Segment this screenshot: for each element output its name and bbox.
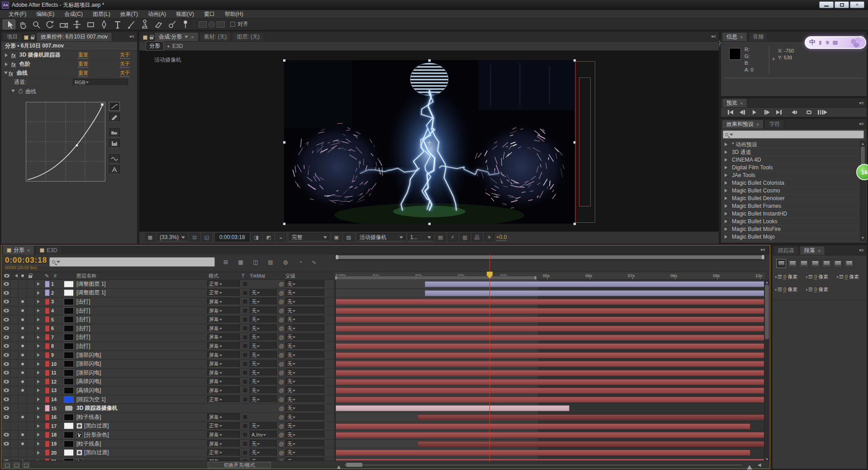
layer-row[interactable]: 4[击打]屏幕无@无 (1, 307, 334, 316)
layer-label-chip[interactable] (44, 448, 51, 457)
layer-row[interactable]: 3[击打]屏幕无@无 (1, 297, 334, 307)
layer-solo-toggle[interactable] (19, 342, 27, 350)
layer-label-chip[interactable] (44, 422, 51, 431)
layer-audio-toggle[interactable] (10, 342, 19, 350)
comp-lock-icon[interactable] (150, 37, 153, 39)
layer-row[interactable]: 8[击打]屏幕无@无 (1, 342, 334, 351)
layer-duration-bar[interactable] (336, 379, 765, 385)
preserve-transparency-toggle[interactable] (242, 333, 249, 342)
timeline-zoom-thumb[interactable] (346, 463, 362, 467)
layer-visibility-toggle[interactable] (2, 315, 10, 324)
timeline-tab-1[interactable]: E3D (35, 245, 62, 254)
pencil-tool-button[interactable] (109, 113, 120, 122)
trkmat-dropdown[interactable]: 无 (250, 307, 277, 315)
parent-pickwhip-icon[interactable]: @ (278, 378, 285, 386)
type-tool[interactable] (111, 19, 124, 29)
parent-dropdown[interactable]: 无 (285, 440, 324, 448)
layer-duration-row[interactable] (336, 378, 765, 387)
layer-expand-arrow[interactable] (36, 378, 43, 386)
tab-tracker[interactable]: 跟踪器 (773, 246, 799, 255)
channel-dropdown[interactable]: RGB (73, 79, 128, 86)
layer-expand-arrow[interactable] (36, 324, 43, 333)
preserve-transparency-toggle[interactable] (242, 297, 249, 306)
layer-solo-toggle[interactable] (19, 395, 27, 404)
minimize-button[interactable] (819, 1, 834, 8)
layer-row[interactable]: 13[高级闪电]屏幕无@无 (1, 386, 334, 395)
menu-item-5[interactable]: 动画(A) (143, 10, 171, 19)
parent-dropdown[interactable]: 无 (285, 378, 324, 386)
layer-label-chip[interactable] (44, 280, 51, 288)
close-button[interactable]: × (850, 1, 864, 8)
layer-duration-row[interactable] (336, 324, 765, 333)
align-center-button[interactable] (787, 259, 797, 268)
tab-paragraph[interactable]: 段落× (800, 246, 825, 255)
parent-dropdown[interactable]: 无 (285, 280, 324, 288)
trkmat-dropdown[interactable]: 无 (250, 422, 277, 431)
preserve-transparency-toggle[interactable] (242, 280, 249, 288)
last-frame-button[interactable] (774, 109, 784, 115)
layer-name[interactable]: [击打] (76, 342, 206, 350)
presets-search-input[interactable] (723, 130, 864, 139)
parent-dropdown[interactable]: 无 (285, 342, 324, 350)
open-curve-button[interactable] (109, 128, 120, 137)
parent-pickwhip-icon[interactable]: @ (278, 315, 285, 324)
comp-tab-0[interactable]: 合成:分形× (154, 32, 199, 41)
work-area-bar[interactable] (335, 276, 537, 280)
composition-mini-flowchart-icon[interactable]: ⊞ (220, 258, 232, 266)
layer-label-chip[interactable] (44, 404, 51, 412)
blend-mode-dropdown[interactable]: 屏幕 (207, 413, 240, 422)
layer-duration-row[interactable] (336, 342, 765, 351)
layer-solo-toggle[interactable] (19, 422, 27, 431)
t-column-header[interactable]: T (242, 272, 245, 279)
layer-duration-bar[interactable] (336, 450, 750, 456)
space-after-paragraph-value[interactable]: 0 (814, 287, 817, 293)
brainstorm-icon[interactable]: ◔ (294, 258, 306, 266)
parent-pickwhip-icon[interactable]: @ (278, 413, 285, 422)
layer-duration-row[interactable] (336, 440, 765, 449)
layer-duration-row[interactable] (336, 386, 765, 395)
layer-expand-arrow[interactable] (36, 440, 43, 448)
layer-visibility-toggle[interactable] (2, 351, 10, 360)
composition-viewport[interactable]: 活动摄像机 (139, 51, 719, 232)
expand-transfer-controls-icon[interactable] (13, 462, 20, 468)
layer-duration-bar[interactable] (336, 352, 765, 358)
layer-lock-toggle[interactable] (27, 289, 35, 297)
layer-lock-toggle[interactable] (27, 448, 35, 457)
layer-label-chip[interactable] (44, 431, 51, 439)
layer-visibility-toggle[interactable] (2, 333, 10, 342)
expand-arrow-icon[interactable] (5, 62, 9, 66)
parent-pickwhip-icon[interactable]: @ (278, 351, 285, 360)
layer-expand-arrow[interactable] (36, 297, 43, 306)
tab-character[interactable]: 字符 (764, 120, 784, 129)
layer-solo-toggle[interactable] (19, 315, 27, 324)
layer-duration-row[interactable] (336, 333, 765, 342)
parent-pickwhip-icon[interactable]: @ (278, 297, 285, 306)
blend-mode-dropdown[interactable]: 屏幕 (207, 307, 240, 315)
layer-duration-bar[interactable] (425, 281, 765, 287)
layer-duration-graph[interactable] (335, 280, 765, 462)
layer-duration-row[interactable] (336, 404, 765, 413)
layer-audio-toggle[interactable] (10, 315, 19, 324)
layer-audio-toggle[interactable] (10, 413, 19, 422)
timeline-jump-icon[interactable]: ▥ (460, 233, 470, 241)
layer-solo-toggle[interactable] (19, 440, 27, 448)
layer-visibility-toggle[interactable] (2, 360, 10, 368)
puppet-pin-tool[interactable] (179, 19, 192, 29)
blend-mode-dropdown[interactable]: 屏幕 (207, 386, 240, 395)
ime-mode-indicator[interactable]: 中 (809, 38, 816, 47)
layer-name[interactable]: [黑白过渡] (76, 448, 206, 457)
preserve-transparency-toggle[interactable] (242, 307, 249, 315)
layer-label-chip[interactable] (44, 413, 51, 422)
layer-solo-toggle[interactable] (19, 431, 27, 439)
layer-label-chip[interactable] (44, 386, 51, 395)
layer-solo-toggle[interactable] (19, 297, 27, 306)
fast-preview-icon[interactable]: ⚡ (448, 233, 458, 241)
layer-duration-row[interactable] (336, 413, 765, 422)
preserve-transparency-toggle[interactable] (242, 289, 249, 297)
layer-duration-bar[interactable] (336, 361, 765, 367)
scroll-left-icon[interactable]: ◀ (758, 462, 761, 467)
parent-pickwhip-icon[interactable]: @ (278, 280, 285, 288)
indent-left-margin-control[interactable]: ▸0像素 (775, 273, 797, 280)
tab-effect-controls[interactable]: 效果控件: 6月10日 007.mov (36, 32, 112, 41)
layer-duration-row[interactable] (336, 448, 765, 457)
